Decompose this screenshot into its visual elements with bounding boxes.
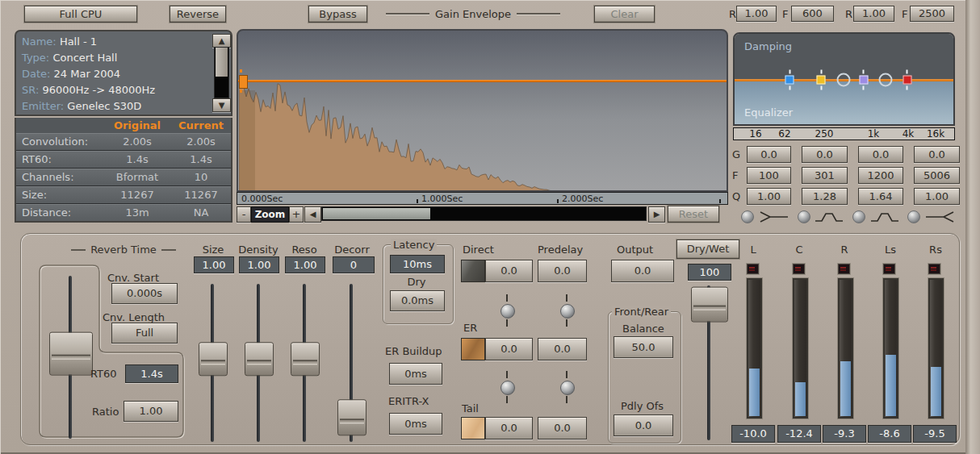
eq-q-field[interactable]: 1.28 xyxy=(802,188,848,205)
scroll-left-button[interactable]: ◀ xyxy=(304,206,321,223)
envelope-scrollbar-thumb[interactable] xyxy=(323,208,430,219)
clip-indicator[interactable] xyxy=(928,264,940,274)
reso-field[interactable]: 1.00 xyxy=(285,256,325,273)
er-ir-thumbnail-icon[interactable] xyxy=(461,338,485,360)
decorr-slider[interactable] xyxy=(337,284,365,442)
eq-gain-field[interactable]: 0.0 xyxy=(802,146,848,163)
clip-indicator[interactable] xyxy=(747,264,759,274)
direct-predelay-field[interactable]: 0.0 xyxy=(538,260,587,282)
reverb-time-slider[interactable] xyxy=(49,276,91,439)
reset-button[interactable]: Reset xyxy=(668,206,719,223)
clip-indicator[interactable] xyxy=(793,264,805,274)
eq-freq-field[interactable]: 1200 xyxy=(858,167,903,184)
dry-wet-button[interactable]: Dry/Wet xyxy=(676,239,739,259)
meter-label: C xyxy=(791,244,807,256)
f-field-2[interactable]: 2500 xyxy=(910,6,954,22)
scroll-right-button[interactable]: ▶ xyxy=(648,206,665,223)
cnv-length-field[interactable]: Full xyxy=(111,323,178,344)
er-level-field[interactable]: 0.0 xyxy=(485,338,533,360)
eq-gain-field[interactable]: 0.0 xyxy=(914,146,960,163)
reso-slider[interactable] xyxy=(291,284,318,442)
filter-type-radio[interactable] xyxy=(852,210,865,223)
row-label: Size: xyxy=(22,189,47,201)
eq-marker-bypass-2[interactable] xyxy=(879,73,893,87)
tail-level-field[interactable]: 0.0 xyxy=(485,417,533,439)
gain-envelope-display[interactable] xyxy=(237,29,728,192)
tail-predelay-knob[interactable] xyxy=(560,381,575,395)
eq-marker-purple[interactable] xyxy=(859,76,868,85)
scrollbar-track[interactable] xyxy=(214,47,229,98)
table-row: RT60: 1.4s 1.4s xyxy=(16,151,231,169)
r-field-1[interactable]: 1.00 xyxy=(736,6,777,22)
size-field[interactable]: 1.00 xyxy=(194,256,234,273)
damping-eq-display[interactable]: Damping Equalizer xyxy=(733,32,955,126)
row-current: 2.00s xyxy=(170,135,232,148)
eq-q-field[interactable]: 1.00 xyxy=(914,188,960,205)
er-buildup-field[interactable]: 0ms xyxy=(389,363,442,385)
bypass-button[interactable]: Bypass xyxy=(308,6,367,23)
dry-wet-slider[interactable] xyxy=(691,285,727,440)
reverse-button[interactable]: Reverse xyxy=(170,6,226,23)
slider-handle[interactable] xyxy=(49,332,93,376)
rt60-field[interactable]: 1.4s xyxy=(125,364,178,383)
clear-button[interactable]: Clear xyxy=(594,6,655,23)
pdly-ofs-field[interactable]: 0.0 xyxy=(614,414,673,436)
direct-level-field[interactable]: 0.0 xyxy=(485,260,533,282)
output-field[interactable]: 0.0 xyxy=(611,260,674,282)
clip-indicator[interactable] xyxy=(838,264,850,274)
scrollbar-thumb[interactable] xyxy=(216,48,228,77)
r-field-2[interactable]: 1.00 xyxy=(853,6,894,22)
eq-marker-yellow[interactable] xyxy=(817,76,826,85)
zoom-in-button[interactable]: + xyxy=(289,206,304,223)
eq-gain-field[interactable]: 0.0 xyxy=(858,146,903,163)
dry-wet-field[interactable]: 100 xyxy=(688,264,731,281)
density-field[interactable]: 1.00 xyxy=(239,256,279,273)
eq-marker-blue[interactable] xyxy=(785,76,794,85)
filter-type-radio[interactable] xyxy=(907,210,920,223)
eq-freq-field[interactable]: 301 xyxy=(802,167,848,184)
f-field-1[interactable]: 600 xyxy=(791,6,834,22)
ratio-field[interactable]: 1.00 xyxy=(124,401,178,422)
direct-er-knob[interactable] xyxy=(500,304,515,319)
slider-handle[interactable] xyxy=(199,342,228,376)
filter-type-radio[interactable] xyxy=(798,210,810,223)
scroll-up-button[interactable]: ▲ xyxy=(212,34,231,48)
cnv-start-field[interactable]: 0.000s xyxy=(111,283,178,304)
envelope-handle[interactable] xyxy=(239,75,248,89)
eq-marker-red[interactable] xyxy=(903,76,911,85)
eq-freq-field[interactable]: 100 xyxy=(747,167,791,184)
eq-marker-bypass-1[interactable] xyxy=(836,73,850,87)
tail-predelay-field[interactable]: 0.0 xyxy=(538,417,587,439)
slider-handle[interactable] xyxy=(291,342,320,376)
er-tail-knob[interactable] xyxy=(500,381,515,395)
clip-indicator[interactable] xyxy=(883,264,895,274)
frequency-scale: 16 62 250 1k 4k 16k xyxy=(733,127,955,140)
direct-ir-thumbnail-icon[interactable] xyxy=(461,260,485,282)
scroll-down-button[interactable]: ▼ xyxy=(212,98,231,112)
zoom-out-button[interactable]: - xyxy=(237,206,251,223)
slider-handle[interactable] xyxy=(245,342,274,376)
eq-freq-field[interactable]: 5006 xyxy=(914,167,960,184)
slider-handle[interactable] xyxy=(691,286,728,322)
er-predelay-field[interactable]: 0.0 xyxy=(538,338,587,360)
decorr-label: Decorr xyxy=(331,244,373,256)
balance-field[interactable]: 50.0 xyxy=(614,336,673,358)
knob-tick xyxy=(506,294,508,302)
eq-q-field[interactable]: 1.00 xyxy=(747,188,791,205)
envelope-scrollbar-track[interactable] xyxy=(321,206,647,221)
predelay-knob[interactable] xyxy=(560,304,575,319)
decorr-field[interactable]: 0 xyxy=(333,256,375,273)
tail-ir-thumbnail-icon[interactable] xyxy=(461,417,485,439)
meter-label: Rs xyxy=(926,244,945,256)
filter-type-radio[interactable] xyxy=(741,210,754,223)
size-slider[interactable] xyxy=(199,284,226,442)
dry-latency-field[interactable]: 0.0ms xyxy=(390,290,445,311)
envelope-line[interactable] xyxy=(238,80,727,82)
slider-handle[interactable] xyxy=(337,399,366,435)
eq-q-field[interactable]: 1.64 xyxy=(858,188,903,205)
density-slider[interactable] xyxy=(245,284,272,442)
eritrx-field[interactable]: 0ms xyxy=(389,413,442,435)
eq-gain-field[interactable]: 0.0 xyxy=(747,146,791,163)
full-cpu-button[interactable]: Full CPU xyxy=(24,6,137,23)
info-value: 96000Hz -> 48000Hz xyxy=(42,84,155,96)
